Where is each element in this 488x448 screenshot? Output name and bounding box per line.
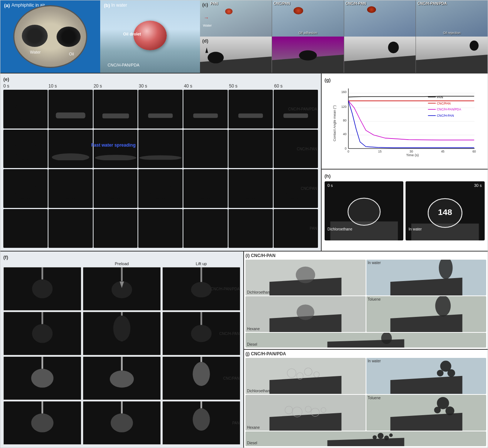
panel-g: (g) Contact Angle mean (°) Time (s) 0 40… — [322, 73, 488, 170]
e-r3-c3 — [138, 169, 183, 208]
svg-rect-41 — [138, 199, 183, 206]
d-q2-svg — [272, 37, 344, 73]
e-r2-c5 — [228, 130, 273, 168]
d-q1 — [200, 37, 272, 73]
svg-rect-26 — [48, 160, 93, 166]
svg-rect-57 — [183, 239, 228, 246]
svg-rect-49 — [3, 239, 48, 246]
svg-point-165 — [389, 434, 393, 437]
svg-rect-30 — [138, 160, 183, 166]
f-r3-c1-svg — [83, 357, 160, 400]
f-r2-c0 — [3, 312, 81, 355]
panel-i: (i) CNC/H-PAN Dichloroethane Hexane — [244, 252, 488, 350]
water-spot: Water — [22, 25, 48, 47]
pan-curve — [348, 96, 474, 97]
h-images: 0 s Dichloroethane 30 s In water — [325, 181, 485, 240]
e-r4-c4-svg — [183, 209, 228, 248]
e-r2-c4-svg — [183, 130, 228, 168]
svg-point-162 — [378, 433, 384, 439]
oil-droplet-label: Oil drolet — [123, 32, 141, 36]
f-r4-c2 — [162, 401, 240, 445]
panel-d: (d) — [200, 37, 488, 73]
i-grid: Dichloroethane Hexane — [245, 260, 486, 332]
svg-rect-47 — [274, 199, 318, 206]
h-inwater-label: In water — [409, 227, 422, 231]
i-dichloroethane: Dichloroethane — [245, 260, 366, 295]
svg-rect-120 — [163, 386, 240, 400]
svg-rect-12 — [48, 119, 93, 126]
i-toluene-svg — [366, 296, 487, 332]
svg-rect-13 — [102, 114, 129, 119]
j-left-col: Dichloroethane Hexane — [245, 358, 366, 431]
svg-marker-5 — [344, 55, 416, 73]
j-grid: Dichloroethane Hexane — [245, 358, 486, 431]
seq-label-r1: CNC/H-PAN/PDA — [288, 107, 317, 111]
spreading-text: Fast water spreading — [91, 143, 136, 148]
svg-point-4 — [299, 50, 316, 60]
e-r3-c0 — [3, 169, 48, 208]
time-30s: 30 s — [139, 83, 182, 89]
j-dichloroethane: Dichloroethane — [245, 358, 366, 394]
i-left-col: Dichloroethane Hexane — [245, 260, 366, 332]
svg-marker-142 — [270, 376, 342, 394]
svg-text:15: 15 — [378, 150, 382, 153]
svg-point-145 — [304, 368, 312, 376]
e-r1-c4 — [183, 90, 228, 129]
time-50s: 50 s — [229, 83, 272, 89]
h-0s-svg — [325, 181, 404, 240]
svg-point-118 — [110, 370, 134, 387]
svg-rect-98 — [83, 297, 160, 310]
svg-rect-18 — [183, 119, 228, 126]
e-r4-c3-svg — [138, 209, 183, 248]
svg-point-144 — [296, 373, 303, 379]
svg-point-38 — [105, 179, 126, 199]
panel-j: (j) CNC/H-PAN/PDA Dichloroethane — [244, 350, 488, 448]
svg-rect-17 — [193, 114, 218, 118]
svg-rect-59 — [228, 239, 273, 246]
e-r2-c3-svg — [138, 130, 183, 168]
f-r1-c1-svg — [83, 267, 160, 310]
i-diesel-svg — [245, 333, 486, 348]
e-r3-c1-svg — [48, 169, 93, 208]
h-time-0s: 0 s — [328, 183, 333, 188]
svg-text:60: 60 — [472, 150, 476, 153]
e-r1-c3-svg — [138, 90, 183, 129]
cq-pan-label: PAN — [210, 1, 218, 6]
svg-point-121 — [193, 362, 210, 386]
svg-point-48 — [14, 219, 37, 239]
f-r2-c1-svg — [83, 312, 160, 355]
c-quadrant-pan: PAN → Water — [200, 0, 272, 37]
seq-row-cncpan: CNC/PAN — [3, 169, 318, 208]
e-r3-c5 — [228, 169, 273, 208]
e-r4-c5-svg — [228, 209, 273, 248]
middle-row: (e) 0 s 10 s 20 s 30 s 40 s 50 s 60 s — [0, 73, 488, 251]
svg-rect-95 — [4, 297, 81, 310]
panel-h-label: (h) — [325, 173, 331, 179]
svg-rect-32 — [228, 158, 273, 166]
j-diesel: Diesel — [245, 431, 486, 446]
cnchpanpda-curve — [348, 101, 474, 140]
svg-point-54 — [149, 219, 172, 239]
e-r4-c2-svg — [94, 209, 138, 248]
svg-point-124 — [31, 413, 53, 432]
svg-point-44 — [240, 179, 262, 199]
f-r4-c1 — [83, 401, 161, 445]
j-inwater: In water — [366, 358, 487, 394]
svg-marker-157 — [390, 413, 462, 431]
d-q4 — [416, 37, 488, 73]
svg-point-137 — [438, 260, 452, 279]
d-q4-svg — [416, 37, 488, 73]
svg-point-34 — [15, 179, 37, 199]
i-toluene: Toluene — [366, 296, 487, 332]
svg-point-164 — [373, 435, 377, 439]
svg-text:Time (s): Time (s) — [406, 153, 418, 157]
f-r4-c0-svg — [4, 401, 81, 444]
top-row: (a) Amphiphilic in air Water Oil (b) In … — [0, 0, 488, 73]
f-r4-c2-svg — [163, 401, 240, 444]
panel-cd-wrapper: (c) PAN → Water CNC/PAN Oil adhesion — [200, 0, 488, 73]
svg-rect-108 — [83, 341, 160, 355]
d-q3-svg — [344, 37, 416, 73]
svg-point-1 — [208, 52, 224, 63]
svg-rect-117 — [83, 386, 160, 400]
panel-c-label: (c) — [202, 2, 208, 7]
